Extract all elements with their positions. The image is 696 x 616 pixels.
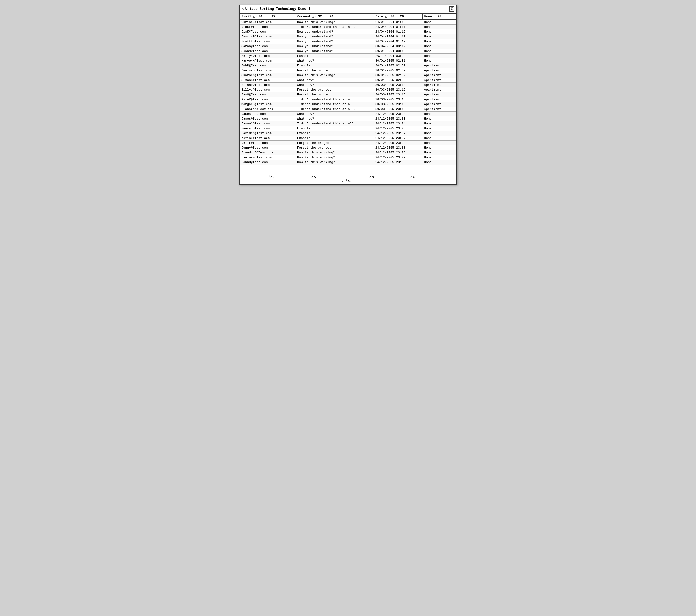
cell-home: Apartment [423, 73, 456, 78]
main-window: ☺ Unique Sorting Technology Demo 1 X Ema… [239, 5, 457, 185]
cell-home: Home [423, 116, 456, 121]
cell-date: 30/04/2004 08:12 [374, 49, 423, 54]
cell-email: JasonM@Test.com [240, 121, 296, 126]
cell-comment: What now? [296, 116, 374, 121]
table-row: ScottH@Test.comNow you understand?24/04/… [240, 39, 456, 44]
cell-home: Home [423, 121, 456, 126]
table-row: HarveyK@Test.comWhat now?30/01/2005 02:3… [240, 59, 456, 63]
cell-date: 30/01/2005 02:31 [374, 59, 423, 63]
annotation-16: └16 [310, 176, 316, 179]
table-row: BrianD@Test.comWhat now?30/03/2005 23:13… [240, 83, 456, 87]
table-row: BrandonS@Test.comHow is this working?24/… [240, 150, 456, 155]
cell-comment: How is this working? [296, 155, 374, 160]
cell-comment: Forget the project. [296, 68, 374, 73]
cell-comment: I don't understand this at all. [296, 107, 374, 112]
cell-comment: What now? [296, 112, 374, 116]
table-row: Jenny@Test.comForget the project.24/12/2… [240, 145, 456, 150]
cell-home: Home [423, 150, 456, 155]
cell-date: 24/04/2004 01:11 [374, 25, 423, 30]
cell-date: 24/12/2005 23:03 [374, 116, 423, 121]
cell-email: ChrissD@Test.com [240, 20, 296, 25]
cell-home: Home [423, 141, 456, 145]
cell-date: 30/03/2005 23:15 [374, 87, 423, 92]
cell-email: KellyM@Test.com [240, 54, 296, 59]
cell-email: SeanM@Test.com [240, 49, 296, 54]
cell-email: BobP@Test.com [240, 63, 296, 68]
cell-home: Apartment [423, 83, 456, 87]
cell-home: Home [423, 54, 456, 59]
table-row: KellyM@Test.comExample...26/11/2004 03:0… [240, 54, 456, 59]
cell-comment: Now you understand? [296, 49, 374, 54]
table-row: SimonB@Test.comWhat now?30/01/2005 02:32… [240, 78, 456, 83]
cell-home: Home [423, 34, 456, 39]
header-date[interactable]: Date △~ 30 26 [374, 13, 423, 20]
cell-comment: What now? [296, 83, 374, 87]
cell-date: 30/04/2004 08:12 [374, 44, 423, 49]
table-header-row: Email △~ 34. 22 Comment △~ 32 24 Date △~… [240, 13, 456, 20]
table-row: KevinS@Test.comExample...24/12/2005 23:0… [240, 136, 456, 141]
cell-date: 24/12/2005 23:09 [374, 155, 423, 160]
cell-comment: I don't understand this at all. [296, 97, 374, 102]
cell-home: Apartment [423, 97, 456, 102]
cell-home: Home [423, 59, 456, 63]
table-row: JasonM@Test.comI don't understand this a… [240, 121, 456, 126]
header-home[interactable]: Home 28 [423, 13, 456, 20]
cell-home: Home [423, 145, 456, 150]
cell-comment: How is this working? [296, 160, 374, 165]
table-row: KyleR@Test.comI don't understand this at… [240, 97, 456, 102]
table-row: HenryT@Test.comExample...24/12/2005 23:0… [240, 126, 456, 131]
cell-home: Home [423, 39, 456, 44]
cell-email: DeniseJ@Test.com [240, 68, 296, 73]
cell-home: Home [423, 155, 456, 160]
cell-date: 30/03/2005 23:13 [374, 83, 423, 87]
cell-date: 24/04/2004 01:12 [374, 39, 423, 44]
table-row: JohnH@Test.comHow is this working?24/12/… [240, 160, 456, 165]
cell-home: Home [423, 136, 456, 141]
cell-date: 30/01/2005 02:32 [374, 78, 423, 83]
title-bar: ☺ Unique Sorting Technology Demo 1 X [240, 5, 456, 13]
cell-email: Jake@Test.com [240, 112, 296, 116]
cell-email: JimK@Test.com [240, 30, 296, 34]
cell-comment: What now? [296, 78, 374, 83]
table-row: SeanM@Test.comNow you understand?30/04/2… [240, 49, 456, 54]
cell-home: Apartment [423, 107, 456, 112]
window-icon: ☺ [242, 7, 244, 11]
header-email[interactable]: Email △~ 34. 22 [240, 13, 296, 20]
cell-comment: I don't understand this at all. [296, 25, 374, 30]
cell-home: Home [423, 160, 456, 165]
annotation-18: └18 [368, 176, 374, 179]
cell-comment: I don't understand this at all. [296, 121, 374, 126]
annotation-14: └14 [269, 176, 275, 179]
table-body: ChrissD@Test.comHow is this working?24/0… [240, 20, 456, 165]
cell-comment: Forget the project. [296, 141, 374, 145]
cell-email: BrandonS@Test.com [240, 150, 296, 155]
annotation-12: ↘ └12 [341, 179, 351, 183]
table-row: NickF@Test.comI don't understand this at… [240, 25, 456, 30]
table-container: Email △~ 34. 22 Comment △~ 32 24 Date △~… [240, 13, 456, 165]
table-row: DavideK@Test.comExample...24/12/2005 23:… [240, 131, 456, 136]
table-row: DeniseJ@Test.comForget the project.30/01… [240, 68, 456, 73]
table-row: JeffL@Test.comForget the project.24/12/2… [240, 141, 456, 145]
table-row: RichardA@Test.comI don't understand this… [240, 107, 456, 112]
cell-email: SimonB@Test.com [240, 78, 296, 83]
cell-comment: Example... [296, 126, 374, 131]
header-comment[interactable]: Comment △~ 32 24 [296, 13, 374, 20]
cell-comment: Example... [296, 131, 374, 136]
cell-comment: Now you understand? [296, 30, 374, 34]
cell-comment: I don't understand this at all. [296, 102, 374, 107]
cell-email: James@Test.com [240, 116, 296, 121]
close-button[interactable]: X [449, 6, 454, 12]
cell-email: KyleR@Test.com [240, 97, 296, 102]
cell-home: Home [423, 112, 456, 116]
cell-home: Home [423, 20, 456, 25]
cell-home: Apartment [423, 78, 456, 83]
cell-comment: Now you understand? [296, 34, 374, 39]
table-row: MorganS@Test.comI don't understand this … [240, 102, 456, 107]
cell-comment: Forget the project. [296, 145, 374, 150]
cell-email: Sarah@Test.com [240, 44, 296, 49]
cell-home: Home [423, 44, 456, 49]
cell-email: HenryT@Test.com [240, 126, 296, 131]
cell-comment: Forget the project. [296, 87, 374, 92]
cell-date: 24/04/2004 01:12 [374, 34, 423, 39]
footer-area: └14 └16 └18 └20 ↘ └12 [240, 165, 456, 184]
